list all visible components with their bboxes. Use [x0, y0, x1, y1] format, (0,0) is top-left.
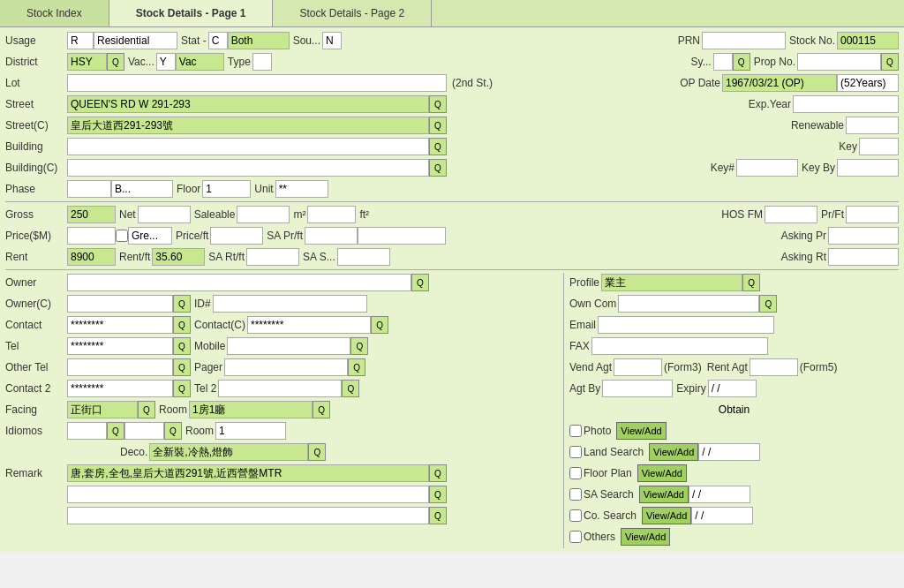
fax-input[interactable]: [591, 337, 768, 355]
key-by-input[interactable]: [837, 159, 899, 177]
sa-s-input[interactable]: [337, 248, 390, 266]
unit-input[interactable]: [275, 180, 328, 198]
prop-no-input[interactable]: [797, 53, 881, 71]
sy-search-btn[interactable]: Q: [733, 53, 750, 71]
contact2-search-btn[interactable]: Q: [173, 380, 191, 397]
contact-search-btn[interactable]: Q: [173, 316, 191, 334]
district-input[interactable]: [67, 53, 107, 71]
stat-input[interactable]: [208, 32, 228, 49]
key-input[interactable]: [859, 138, 899, 155]
profile-search-btn[interactable]: Q: [742, 274, 760, 291]
sou-input[interactable]: [322, 32, 342, 49]
own-com-search-btn[interactable]: Q: [759, 295, 777, 313]
owner-input[interactable]: [67, 274, 411, 291]
remark-input2[interactable]: [67, 486, 429, 503]
co-search-view-add-btn[interactable]: View/Add: [642, 507, 691, 524]
own-com-input[interactable]: [618, 295, 759, 313]
vend-agt-input[interactable]: [614, 358, 662, 376]
remark-search-btn2[interactable]: Q: [429, 486, 447, 503]
vac2-input[interactable]: [176, 53, 224, 71]
photo-checkbox[interactable]: [569, 425, 582, 437]
room-search-btn[interactable]: Q: [313, 401, 330, 418]
photo-view-add-btn[interactable]: View/Add: [616, 422, 666, 440]
gre-checkbox[interactable]: [116, 230, 128, 242]
deco-search-btn[interactable]: Q: [308, 443, 326, 461]
exp-year-input[interactable]: [793, 95, 899, 113]
sa-search-val[interactable]: [689, 486, 750, 503]
key-hash-input[interactable]: [736, 159, 798, 177]
pager-input[interactable]: [224, 358, 348, 376]
land-search-view-add-btn[interactable]: View/Add: [649, 443, 698, 461]
rent-ft-input[interactable]: [152, 248, 205, 266]
deco-input[interactable]: [149, 443, 308, 461]
street-c-search-btn[interactable]: Q: [429, 117, 447, 134]
m2-input[interactable]: [307, 206, 356, 223]
district-search-btn[interactable]: Q: [107, 53, 124, 71]
remark-search-btn3[interactable]: Q: [429, 507, 447, 524]
contact2-input[interactable]: [67, 380, 173, 397]
email-input[interactable]: [598, 316, 774, 334]
building-c-search-btn[interactable]: Q: [429, 159, 447, 177]
sa-search-view-add-btn[interactable]: View/Add: [639, 486, 689, 503]
both-input[interactable]: [228, 32, 290, 49]
remark-search-btn1[interactable]: Q: [429, 464, 447, 482]
owner-c-input[interactable]: [67, 295, 173, 313]
mobile-search-btn[interactable]: Q: [350, 337, 368, 355]
op-date-input[interactable]: [722, 74, 837, 92]
owner-c-search-btn[interactable]: Q: [173, 295, 191, 313]
tel2-input[interactable]: [218, 380, 342, 397]
owner-search-btn[interactable]: Q: [411, 274, 429, 291]
sa-pr-ft-input[interactable]: [305, 227, 358, 245]
remark-input3[interactable]: [67, 507, 429, 524]
sa-pr-ft2-input[interactable]: [358, 227, 446, 245]
room-input[interactable]: [189, 401, 313, 418]
net-input[interactable]: [138, 206, 191, 223]
remark-input[interactable]: [67, 464, 429, 482]
usage-input[interactable]: [67, 32, 94, 49]
contact-c-search-btn[interactable]: Q: [371, 316, 388, 334]
tab-stock-index[interactable]: Stock Index: [0, 0, 109, 26]
idiomos-input2[interactable]: [124, 422, 164, 440]
sa-search-checkbox[interactable]: [569, 488, 582, 501]
expiry-input[interactable]: [708, 380, 757, 397]
street-search-btn[interactable]: Q: [429, 95, 447, 113]
building-c-input[interactable]: [67, 159, 429, 177]
street-c-input[interactable]: [67, 117, 429, 134]
gre-input[interactable]: [128, 227, 172, 245]
floor-input[interactable]: [202, 180, 251, 198]
saleable-input[interactable]: [237, 206, 290, 223]
renewable-input[interactable]: [846, 117, 899, 134]
asking-pr-input[interactable]: [828, 227, 899, 245]
idiomos-search-btn2[interactable]: Q: [164, 422, 182, 440]
tel-search-btn[interactable]: Q: [173, 337, 191, 355]
tel-input[interactable]: [67, 337, 173, 355]
rent-input[interactable]: [67, 248, 116, 266]
others-checkbox[interactable]: [569, 531, 582, 543]
building-input[interactable]: [67, 138, 429, 155]
tel2-search-btn[interactable]: Q: [342, 380, 359, 397]
other-tel-search-btn[interactable]: Q: [173, 358, 191, 376]
street-input[interactable]: [67, 95, 429, 113]
phase-input[interactable]: [67, 180, 111, 198]
idiomos-input1[interactable]: [67, 422, 107, 440]
contact-c-input[interactable]: [247, 316, 371, 334]
lot-input[interactable]: [67, 74, 447, 92]
other-tel-input[interactable]: [67, 358, 173, 376]
others-view-add-btn[interactable]: View/Add: [621, 528, 670, 546]
room2-input[interactable]: [215, 422, 286, 440]
co-search-checkbox[interactable]: [569, 509, 582, 522]
profile-input[interactable]: [601, 274, 742, 291]
facing-search-btn[interactable]: Q: [138, 401, 155, 418]
floor-plan-checkbox[interactable]: [569, 467, 582, 479]
facing-input[interactable]: [67, 401, 138, 418]
land-search-checkbox[interactable]: [569, 446, 582, 458]
sa-rt-ft-input[interactable]: [246, 248, 299, 266]
tab-stock-details-2[interactable]: Stock Details - Page 2: [273, 0, 432, 26]
sy-input[interactable]: [713, 53, 733, 71]
vac-input[interactable]: [156, 53, 176, 71]
agt-by-input[interactable]: [602, 380, 673, 397]
land-search-val[interactable]: [698, 443, 760, 461]
floor-plan-view-add-btn[interactable]: View/Add: [637, 464, 687, 482]
prop-no-search-btn[interactable]: Q: [881, 53, 899, 71]
tab-stock-details-1[interactable]: Stock Details - Page 1: [109, 0, 274, 26]
